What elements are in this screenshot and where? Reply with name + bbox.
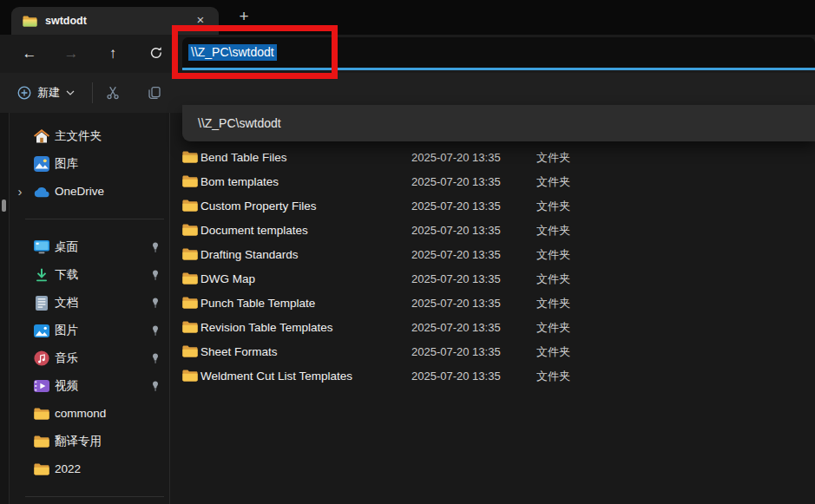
file-row[interactable]: Custom Property Files2025-07-20 13:35文件夹: [171, 194, 815, 219]
address-suggestion-item[interactable]: \\Z_PC\swtdodt: [182, 105, 815, 141]
file-row[interactable]: Sheet Formats2025-07-20 13:35文件夹: [171, 340, 815, 364]
file-list: 名称 修改日期 类型 大小 Bend Table Files2025-07-20…: [171, 113, 815, 504]
file-name: Bom templates: [200, 170, 279, 194]
pin-icon: [150, 353, 161, 363]
folder-icon: [182, 321, 198, 336]
folder-icon: [182, 200, 198, 214]
up-button[interactable]: ↑: [101, 42, 125, 66]
file-date: 2025-07-20 13:35: [411, 219, 501, 243]
file-row[interactable]: Bom templates2025-07-20 13:35文件夹: [171, 170, 815, 194]
navigation-pane: 主文件夹图库›OneDrive桌面下载文档图片音乐视频commond翻译专用20…: [10, 113, 170, 504]
folder-icon: [182, 224, 198, 239]
desktop-icon: [34, 239, 49, 255]
sidebar-item-onedrive[interactable]: ›OneDrive: [10, 178, 169, 206]
address-selected-text: \\Z_PC\swtdodt: [188, 44, 277, 61]
folder-icon: [182, 272, 198, 287]
file-rows: Bend Table Files2025-07-20 13:35文件夹Bom t…: [171, 146, 815, 389]
left-scroll-gutter[interactable]: [0, 113, 10, 504]
refresh-button[interactable]: [144, 42, 168, 66]
folder-icon: [34, 406, 49, 422]
onedrive-icon: [34, 184, 49, 200]
home-icon: [34, 128, 49, 144]
tab-bar: swtdodt × +: [0, 0, 815, 35]
file-name: DWG Map: [200, 267, 255, 291]
folder-tab-icon: [23, 16, 37, 27]
sidebar-item-label: 图库: [55, 150, 78, 178]
sidebar-item-label: OneDrive: [55, 178, 104, 206]
pin-icon: [150, 298, 161, 308]
sidebar-item-label: 桌面: [55, 233, 78, 261]
copy-button[interactable]: [144, 82, 165, 103]
pin-icon: [150, 242, 161, 252]
file-date: 2025-07-20 13:35: [411, 340, 501, 364]
file-row[interactable]: Bend Table Files2025-07-20 13:35文件夹: [171, 146, 815, 170]
file-type: 文件夹: [536, 194, 570, 219]
document-icon: [34, 295, 49, 311]
folder-icon: [34, 461, 49, 477]
file-date: 2025-07-20 13:35: [411, 316, 501, 340]
gallery-icon: [34, 156, 49, 172]
file-date: 2025-07-20 13:35: [411, 194, 501, 219]
pin-icon: [150, 381, 161, 391]
pictures-icon: [34, 323, 49, 338]
file-type: 文件夹: [536, 364, 570, 389]
file-row[interactable]: Weldment Cut List Templates2025-07-20 13…: [171, 364, 815, 389]
back-button[interactable]: ←: [17, 42, 42, 66]
file-row[interactable]: Punch Table Template2025-07-20 13:35文件夹: [171, 291, 815, 316]
folder-icon: [182, 151, 198, 166]
scrollbar-thumb[interactable]: [2, 200, 6, 212]
sidebar-item-gallery[interactable]: 图库: [10, 150, 169, 178]
file-type: 文件夹: [536, 243, 570, 267]
sidebar-item-home[interactable]: 主文件夹: [10, 122, 169, 150]
sidebar-item-downloads[interactable]: 下载: [10, 261, 169, 289]
file-name: Weldment Cut List Templates: [200, 364, 352, 389]
file-name: Document templates: [200, 219, 308, 243]
new-item-button[interactable]: 新建: [10, 80, 82, 106]
video-icon: [34, 378, 49, 394]
sidebar-item-commond[interactable]: commond: [10, 400, 169, 428]
sidebar-separator: [10, 483, 169, 504]
file-row[interactable]: Drafting Standards2025-07-20 13:35文件夹: [171, 243, 815, 267]
sidebar-separator: [10, 206, 169, 233]
file-row[interactable]: Revision Table Templates2025-07-20 13:35…: [171, 316, 815, 340]
download-icon: [34, 267, 49, 283]
file-type: 文件夹: [536, 316, 570, 340]
explorer-tab[interactable]: swtdodt ×: [11, 7, 219, 35]
music-icon: [34, 350, 49, 366]
chevron-right-icon[interactable]: ›: [13, 181, 27, 202]
file-date: 2025-07-20 13:35: [411, 243, 501, 267]
circle-plus-icon: [17, 86, 31, 100]
file-name: Drafting Standards: [200, 243, 299, 267]
sidebar-item-videos[interactable]: 视频: [10, 372, 169, 400]
sidebar-item-music[interactable]: 音乐: [10, 344, 169, 372]
sidebar-item-translation[interactable]: 翻译专用: [10, 428, 169, 455]
sidebar-item-documents[interactable]: 文档: [10, 289, 169, 317]
file-type: 文件夹: [536, 267, 570, 291]
sidebar-item-label: 翻译专用: [55, 428, 102, 455]
file-name: Bend Table Files: [200, 146, 287, 170]
sidebar-item-desktop[interactable]: 桌面: [10, 233, 169, 261]
folder-icon: [182, 248, 198, 263]
folder-icon: [34, 434, 49, 449]
address-suggestion-dropdown: \\Z_PC\swtdodt: [182, 105, 815, 141]
refresh-icon: [149, 46, 163, 60]
forward-button: →: [59, 42, 83, 66]
command-bar-divider: [92, 82, 93, 103]
file-row[interactable]: DWG Map2025-07-20 13:35文件夹: [171, 267, 815, 291]
sidebar-item-label: 主文件夹: [55, 122, 102, 150]
sidebar-item-pictures[interactable]: 图片: [10, 317, 169, 344]
sidebar-item-2022[interactable]: 2022: [10, 455, 169, 483]
file-date: 2025-07-20 13:35: [411, 170, 501, 194]
scissors-icon: [106, 86, 120, 100]
file-row[interactable]: Document templates2025-07-20 13:35文件夹: [171, 219, 815, 243]
file-type: 文件夹: [536, 170, 570, 194]
file-type: 文件夹: [536, 146, 570, 170]
tab-title: swtdodt: [45, 15, 87, 27]
folder-icon: [182, 370, 198, 384]
file-name: Sheet Formats: [200, 340, 278, 364]
cut-button[interactable]: [102, 82, 123, 103]
file-date: 2025-07-20 13:35: [411, 146, 501, 170]
address-bar-input[interactable]: \\Z_PC\swtdodt: [182, 37, 815, 70]
tab-close-icon[interactable]: ×: [191, 10, 210, 29]
new-tab-button[interactable]: +: [233, 5, 255, 28]
